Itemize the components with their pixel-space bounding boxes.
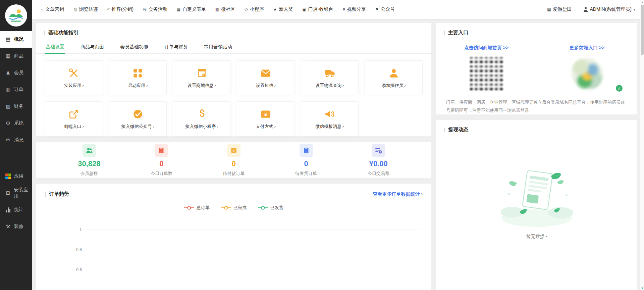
- sidebar-item-install-apps[interactable]: ⊞ 安装应用: [0, 185, 32, 201]
- scrollbar-thumb[interactable]: [641, 5, 644, 55]
- guide-label: 支付方式: [256, 124, 276, 130]
- guide-label: 接入微信小程序: [185, 124, 218, 130]
- guide-card-wechat-miniprogram[interactable]: 接入微信小程序: [173, 101, 231, 136]
- sidebar-item-goods[interactable]: ▦ 商品: [0, 48, 32, 64]
- guide-card: 基础功能指引 基础设置 商品与页面 会员基础功能 订单与财务 常用营销活动 安装…: [36, 23, 431, 136]
- main-entry-card: 主要入口 点击访问商城首页 >> 更多前端入口 >> ✓ 门店、供应商、酒店、企…: [436, 23, 637, 114]
- guide-card-logistics[interactable]: 设置物流查询: [301, 60, 359, 95]
- entry-links-row: 点击访问商城首页 >> 更多前端入口 >>: [436, 45, 637, 51]
- gridline-row: 0.8: [68, 240, 421, 260]
- message-icon: ✉: [5, 137, 11, 143]
- sidebar-item-label: 系统: [14, 120, 23, 126]
- nav-item-official-account[interactable]: ⚑ 公众号: [375, 6, 395, 12]
- nav-item-store-cashier[interactable]: ▣ 门店-收银台: [302, 6, 333, 12]
- guide-label: 接入微信公众号: [121, 124, 154, 130]
- nav-item-distribution[interactable]: < 推客(分销): [107, 6, 133, 12]
- nav-item-community[interactable]: ▥ 微社区: [215, 6, 235, 12]
- legend-shipped[interactable]: 已发货: [258, 205, 283, 211]
- line-marker-icon: [258, 207, 268, 208]
- guide-card-install-app[interactable]: 安装应用: [45, 60, 103, 95]
- sidebar-item-apps[interactable]: 应用: [0, 168, 32, 185]
- vertical-scrollbar[interactable]: ▲ ▼: [640, 0, 644, 290]
- mall-home-link[interactable]: 点击访问商城首页 >>: [464, 45, 508, 50]
- guide-card-template-message[interactable]: 微信模板消息: [301, 101, 359, 136]
- stat-label: 会员总数: [80, 171, 98, 177]
- qr-left-cell: [436, 56, 537, 92]
- tab-basic-settings[interactable]: 基础设置: [45, 41, 65, 53]
- frontend-entries-qrcode: [569, 56, 605, 92]
- sidebar-item-finance[interactable]: ▨ 财务: [0, 98, 32, 115]
- guide-label: 设置商城信息: [187, 83, 216, 89]
- tools-icon: [68, 67, 79, 79]
- nav-label: 自定义表单: [182, 6, 206, 12]
- title-accent-bar: [44, 31, 45, 35]
- scroll-up-icon[interactable]: ▲: [640, 0, 644, 4]
- stat-label: 今日订单数: [151, 171, 172, 177]
- main-content: 基础功能指引 基础设置 商品与页面 会员基础功能 订单与财务 常用营销活动 安装…: [32, 19, 644, 290]
- sidebar-item-label: 商品: [14, 53, 23, 59]
- shop-settings-icon: [196, 67, 208, 79]
- withdraw-title: 提现动态: [448, 127, 468, 133]
- nav-item-video-share[interactable]: ≡ 视频分享: [342, 6, 366, 12]
- stat-pending-shipment: 0 待发货订单: [288, 144, 325, 177]
- sidebar-item-members[interactable]: ♟ 会员: [0, 64, 32, 81]
- form-icon: ▦: [177, 7, 180, 11]
- title-accent-bar: [444, 31, 445, 35]
- sidebar-item-system[interactable]: ⚙ 系统: [0, 115, 32, 132]
- y-tick-label: 0.6: [68, 268, 82, 272]
- chevron-right-icon: [83, 83, 84, 88]
- sidebar-item-label: 财务: [14, 103, 23, 109]
- order-trend-card: 订单趋势 查看更多订单数据统计 › 总订单 已完成 已发货: [36, 184, 431, 290]
- sidebar-item-message[interactable]: ✉ 消息: [0, 132, 32, 148]
- stat-label: 今日交易额: [368, 171, 389, 177]
- guide-card-launch-app[interactable]: 启动应用: [109, 60, 167, 95]
- system-icon: ⚙: [5, 120, 11, 126]
- app-logo[interactable]: [5, 4, 27, 27]
- tab-orders-finance[interactable]: 订单与财务: [164, 41, 189, 53]
- store-icon: ▣: [302, 7, 306, 11]
- sidebar-item-overview[interactable]: ▤ 概况: [0, 31, 32, 48]
- guide-label: 微信模板消息: [315, 124, 344, 130]
- guide-card-payment[interactable]: ¥ 支付方式: [237, 101, 295, 136]
- empty-illustration: [495, 162, 579, 229]
- nav-item-newcomer-award[interactable]: ★ 新人奖: [273, 6, 293, 12]
- chevron-right-icon: [83, 124, 84, 129]
- export-icon: [68, 108, 79, 120]
- legend-completed[interactable]: 已完成: [221, 205, 247, 211]
- site-icon: ▦: [547, 7, 551, 11]
- guide-card-mall-info[interactable]: 设置商城信息: [173, 60, 231, 95]
- nav-item-miniprogram[interactable]: ◇ 小程序: [245, 6, 264, 12]
- tab-marketing[interactable]: 常用营销活动: [203, 41, 233, 53]
- scroll-down-icon[interactable]: ▼: [640, 286, 644, 290]
- guide-card-add-operator[interactable]: 添加操作员: [365, 60, 423, 95]
- pending-ship-icon: [300, 144, 313, 157]
- guide-card-head: 基础功能指引: [36, 23, 431, 36]
- tab-goods-pages[interactable]: 商品与页面: [80, 41, 105, 53]
- nav-item-custom-form[interactable]: ▦ 自定义表单: [177, 6, 206, 12]
- sidebar-item-statistics[interactable]: 统计: [0, 201, 32, 218]
- chevron-right-icon: [153, 124, 154, 129]
- guide-grid: 安装应用 启动应用: [36, 54, 431, 136]
- nav-item-events[interactable]: % 会务活动: [143, 6, 167, 12]
- tab-member-basics[interactable]: 会员基础功能: [119, 41, 149, 53]
- nav-item-browse-track[interactable]: ◎ 浏览轨迹: [73, 6, 98, 12]
- guide-label: 安装应用: [64, 83, 84, 89]
- site-switcher[interactable]: ▦ 爱游盐田: [547, 6, 572, 12]
- stat-value: 0: [159, 159, 163, 168]
- more-entries-link[interactable]: 更多前端入口 >>: [570, 45, 604, 50]
- entry-card-head: 主要入口: [436, 23, 637, 36]
- sidebar-item-decorate[interactable]: ⚒ 装修: [0, 218, 32, 235]
- guide-card-sms[interactable]: 设置短信: [237, 60, 295, 95]
- more-order-stats-link[interactable]: 查看更多订单数据统计 ›: [373, 191, 423, 197]
- sidebar-item-label: 概况: [14, 36, 23, 42]
- legend-total-orders[interactable]: 总订单: [184, 205, 210, 211]
- guide-label: 设置短信: [256, 83, 276, 89]
- guide-card-wechat-official[interactable]: 接入微信公众号: [109, 101, 167, 136]
- admin-menu[interactable]: ADMIN(系统管理员) ▾: [583, 6, 635, 12]
- nav-item-article-marketing[interactable]: ○ 文章营销: [41, 6, 64, 12]
- sidebar-item-orders[interactable]: ▥ 订单: [0, 81, 32, 98]
- guide-label: 启动应用: [128, 83, 148, 89]
- top-navbar: ○ 文章营销 ◎ 浏览轨迹 < 推客(分销) % 会务活动 ▦ 自定义表单 ▥ …: [32, 0, 644, 19]
- pending-pay-icon: ¥: [227, 144, 240, 157]
- guide-card-frontend-entry[interactable]: 前端入口: [45, 101, 103, 136]
